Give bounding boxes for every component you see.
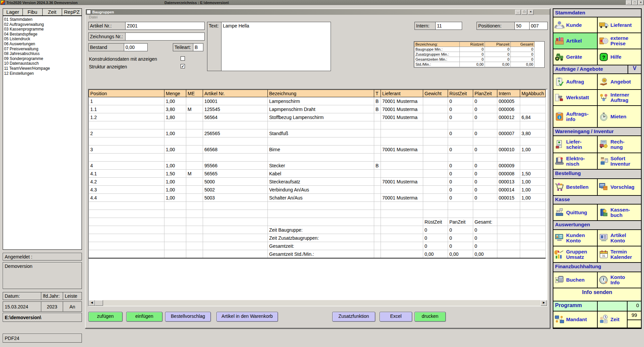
close-button[interactable]: × xyxy=(638,0,644,5)
module-list-item[interactable]: 09 Sonderprogramme xyxy=(4,56,82,61)
window-title-bar[interactable]: Baugruppen xyxy=(86,9,550,15)
sidebar-button-rech-nung[interactable]: Rech- nung xyxy=(597,136,641,153)
sidebar-button-elektro-nisch[interactable]: Elektro- nisch xyxy=(553,153,597,169)
table-row[interactable]: Zeit Zusatzbaugruppen:000 xyxy=(89,234,546,242)
sidebar-button-artikel[interactable]: Artikel xyxy=(553,33,597,49)
konstruktionsdaten-checkbox[interactable] xyxy=(181,56,185,61)
maximize-button[interactable]: □ xyxy=(632,0,638,5)
scrollbar-thumb[interactable] xyxy=(95,300,103,306)
horizontal-scrollbar[interactable]: ◀ ▶ xyxy=(89,300,547,306)
sidebar-button-buchen[interactable]: $Buchen xyxy=(553,272,597,288)
module-list-item[interactable]: 01 Stammdaten xyxy=(4,17,82,22)
module-list-item[interactable]: 12 Einstellungen xyxy=(4,71,82,76)
info-senden-button[interactable]: Info senden xyxy=(553,288,641,301)
sidebar-button-sofort-inventur[interactable]: Sofort Inventur xyxy=(597,153,641,169)
column-header[interactable]: T xyxy=(374,90,381,97)
leiste-value[interactable]: An xyxy=(63,301,82,312)
table-row[interactable] xyxy=(89,210,546,218)
win-minimize-button[interactable]: _ xyxy=(515,10,521,15)
column-header[interactable]: Menge xyxy=(164,90,186,97)
text-area[interactable]: Lampe Hella xyxy=(221,22,331,71)
sidebar-button-werkstatt[interactable]: Werkstatt xyxy=(553,90,597,105)
table-row[interactable]: 4.21,005000Steckeraufsatz70001 Musterma0… xyxy=(89,178,546,186)
module-list-item[interactable]: 11 TeamViewer/Hompage xyxy=(4,66,82,71)
zeichnungs-nr-input[interactable] xyxy=(126,33,204,40)
sidebar-button-kunde[interactable]: Kunde xyxy=(553,17,597,33)
sidebar-button-kassen-buch[interactable]: Kassen- buch xyxy=(597,205,641,220)
column-header[interactable]: Gewicht xyxy=(423,90,448,97)
section-expand-button[interactable]: V xyxy=(628,65,641,73)
sidebar-button-auftrag[interactable]: $Auftrag xyxy=(553,74,597,89)
sidebar-button-externe-preise[interactable]: externe Preise xyxy=(597,33,641,49)
column-header[interactable]: Intern xyxy=(497,90,520,97)
column-header[interactable]: Position xyxy=(89,90,164,97)
printer-box[interactable]: PDF24 xyxy=(3,334,82,343)
sidebar-button-auftrags-info[interactable]: iAuftrags- info xyxy=(553,106,597,127)
table-row[interactable]: RüstZeitPanZeitGesamt: xyxy=(89,218,546,226)
excel-button[interactable]: Excel xyxy=(380,312,412,322)
teileart-input[interactable]: B xyxy=(193,43,203,51)
sidebar-button-lieferant[interactable]: Lieferant xyxy=(597,17,641,33)
module-list-item[interactable]: 02 Auftragsverwaltung xyxy=(4,22,82,27)
table-row[interactable] xyxy=(89,154,546,162)
sidebar-button-zeit[interactable]: Zeit xyxy=(597,311,627,328)
sidebar-button-vorschlag[interactable]: Vorschlag xyxy=(597,179,641,195)
artikel-nr-input[interactable]: Z001 xyxy=(126,22,204,30)
sidebar-button-angebot[interactable]: %Angebot xyxy=(597,74,641,89)
bestand-input[interactable]: 0,00 xyxy=(124,43,148,51)
einfügen-button[interactable]: einfügen xyxy=(126,312,162,322)
table-row[interactable]: 41,0095566SteckerB00000009 xyxy=(89,162,546,170)
table-row[interactable]: 4.31,005002Verbindung An/Aus000000141,00 xyxy=(89,186,546,194)
scroll-right-button[interactable]: ▶ xyxy=(541,300,547,306)
artikel-in-den-warenkorb-button[interactable]: Artikel in den Warenkorb xyxy=(216,312,278,322)
module-list-item[interactable]: 05 Listendruck xyxy=(4,37,82,42)
table-row[interactable]: 4.41,005003Schalter An/Aus70001 Musterma… xyxy=(89,194,546,202)
module-list-item[interactable]: 03 Kassenprogramme xyxy=(4,27,82,32)
drucken-button[interactable]: drucken xyxy=(414,312,446,322)
sidebar-button-liefer-schein[interactable]: Liefer- schein xyxy=(553,136,597,153)
sidebar-button-gruppen-umsatz[interactable]: Gruppen Umsatz xyxy=(553,246,597,262)
module-list-item[interactable]: 06 Auswertungen xyxy=(4,42,82,47)
column-header[interactable]: Bezeichnung xyxy=(268,90,374,97)
column-header[interactable]: MgAbbuch xyxy=(520,90,546,97)
module-list-item[interactable]: 08 Jahresabschluss xyxy=(4,51,82,56)
table-row[interactable]: 11,0010001LampenschirmB70001 Musterma000… xyxy=(89,97,546,105)
table-row[interactable]: 31,0066568Birne70001 Musterma000000101,0… xyxy=(89,146,546,154)
sidebar-button-artikel-konto[interactable]: Artikel Konto xyxy=(597,230,641,246)
column-header[interactable]: RüstZeit xyxy=(448,90,473,97)
menu-datei[interactable]: Datei xyxy=(86,15,550,20)
menu-button-fibu[interactable]: Fibu xyxy=(22,8,42,16)
table-row[interactable]: 21,00256565Standfuß000000073,80 xyxy=(89,129,546,137)
win-close-button[interactable]: × xyxy=(528,10,534,15)
sidebar-button-geräte[interactable]: Geräte xyxy=(553,49,597,65)
table-row[interactable]: 1.21,8056564Stoffbezug Lampenschirm70001… xyxy=(89,113,546,121)
sidebar-button-kunden-konto[interactable]: Kunden Konto xyxy=(553,230,597,246)
table-row[interactable] xyxy=(89,137,546,146)
table-row[interactable]: 1.13,80M125545Lapmpenschirm DrahtB70001 … xyxy=(89,105,546,113)
menu-button-lager[interactable]: Lager xyxy=(3,8,22,16)
sidebar-button-bestellen[interactable]: Bestellen xyxy=(553,179,597,195)
table-row[interactable]: 4.11,50M56565Kabel000000081,50 xyxy=(89,170,546,178)
sidebar-button-termin-kalender[interactable]: 31Termin Kalender xyxy=(597,246,641,262)
module-list-item[interactable]: 07 Preisverwaltung xyxy=(4,47,82,52)
column-header[interactable]: Lieferant xyxy=(381,90,423,97)
zusatzfunktion-button[interactable]: Zusatzfunktion xyxy=(332,312,375,322)
sidebar-button-quittung[interactable]: Quittung xyxy=(553,205,597,220)
table-row[interactable] xyxy=(89,202,546,210)
table-row[interactable]: Gesamtzeit Std./Min.:0,000,000,00 xyxy=(89,250,546,258)
sidebar-button-konto-info[interactable]: Konto Info xyxy=(597,272,641,288)
column-header[interactable]: ME xyxy=(186,90,203,97)
column-header[interactable]: PlanZeit xyxy=(473,90,497,97)
sidebar-button-mieten[interactable]: Mieten xyxy=(597,106,641,127)
win-maximize-button[interactable]: □ xyxy=(522,10,527,15)
scroll-left-button[interactable]: ◀ xyxy=(89,300,95,306)
bestellvorschlag-button[interactable]: Bestellvorschlag xyxy=(165,312,211,322)
table-row[interactable]: Zeit Baugruppe:000 xyxy=(89,226,546,234)
sidebar-button-mandant[interactable]: Mandant xyxy=(553,311,597,328)
module-list-item[interactable]: 10 Datenaustausch xyxy=(4,61,82,66)
struktur-checkbox[interactable]: ✓ xyxy=(181,64,185,68)
table-row[interactable]: Gesamtzeit:000 xyxy=(89,242,546,250)
minimize-button[interactable]: _ xyxy=(626,0,632,5)
table-row[interactable] xyxy=(89,121,546,129)
intern-input[interactable]: 11 xyxy=(436,22,462,30)
